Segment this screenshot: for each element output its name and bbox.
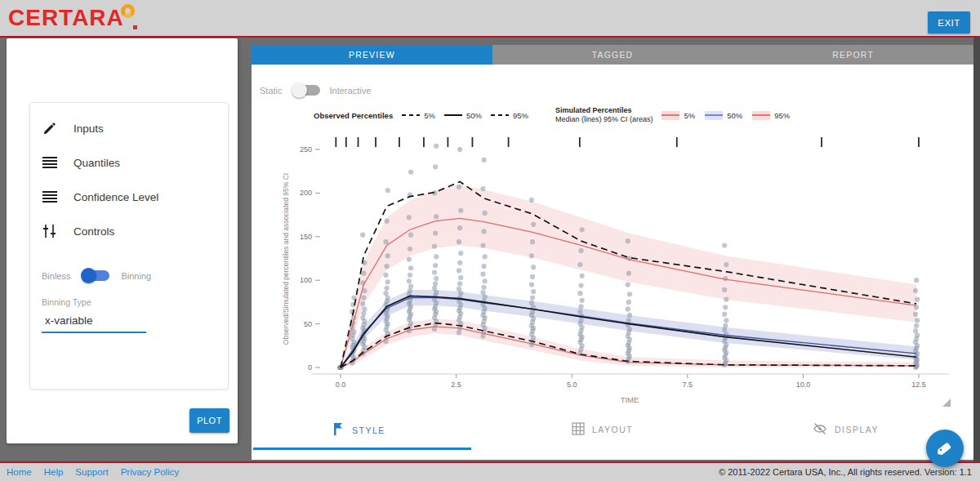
observation-point [578,283,583,288]
observation-point [457,268,461,273]
static-toggle-knob [292,82,307,98]
sidebar-item-controls[interactable]: Controls [30,214,228,248]
binning-type-label: Binning Type [42,297,215,307]
simulated-legend-label: 5% [684,111,695,120]
tab-tagged[interactable]: TAGGED [492,45,733,65]
observation-point [915,297,920,302]
sidebar-item-quantiles[interactable]: Quantiles [30,145,228,180]
simulated-legend-item-50%: 50% [705,111,742,120]
observation-point [627,327,632,332]
svg-text:0.0: 0.0 [336,381,346,389]
observation-point [580,274,585,278]
sidebar-item-label: Controls [74,225,114,238]
chart-legend: Observed Percentiles 5%50%95% Simulated … [314,105,790,126]
observation-point [480,243,485,247]
app-window: CERTARA EXIT InputsQuantilesConfidence L… [0,0,980,481]
observation-point [385,218,390,223]
settings-card: InputsQuantilesConfidence LevelControls … [29,102,229,390]
observation-point [383,291,388,296]
bottom-tab-label: LAYOUT [592,425,633,434]
observation-point [578,304,583,309]
sidebar-item-label: Confidence Level [74,191,158,203]
simulated-legend-items: 5%50%95% [662,111,790,120]
observation-point [360,233,365,238]
observation-point [529,301,534,305]
header-divider [0,36,980,38]
observation-point [483,211,488,216]
active-tab-underline [253,448,471,450]
observation-point [529,198,534,203]
list-icon [42,189,58,205]
static-label: Static [260,86,283,96]
svg-text:2.5: 2.5 [451,381,461,389]
tag-icon [934,438,956,459]
sidebar-item-label: Quantiles [74,157,120,169]
observation-point [457,185,461,189]
svg-text:Observed/Simulated percentiles: Observed/Simulated percentiles and assoc… [282,173,290,345]
scrollbar-track[interactable] [973,38,980,462]
observation-point [457,287,461,292]
observed-legend-item-95%: 95% [491,111,528,120]
tab-report[interactable]: REPORT [733,45,973,65]
observation-point [407,278,412,283]
svg-text:0: 0 [308,363,312,372]
bottom-tab-layout[interactable]: LAYOUT [572,422,633,437]
observation-point [626,271,631,276]
tab-preview[interactable]: PREVIEW [252,45,492,65]
simulated-band-sample [662,111,679,120]
observation-point [351,329,356,334]
observation-point [580,227,585,232]
observation-point [915,318,920,323]
simulated-legend-line1: Simulated Percentiles [555,106,653,115]
observation-point [432,243,437,248]
observation-point [578,318,583,323]
svg-text:200: 200 [300,189,312,197]
top-tabs: PREVIEWTAGGEDREPORT [252,45,973,65]
bottom-tab-display[interactable]: DISPLAY [813,422,879,437]
observation-point [480,333,485,338]
tag-fab-button[interactable] [926,430,964,467]
binless-label: Binless [42,271,70,281]
observation-point [433,230,438,235]
static-interactive-toggle[interactable] [292,85,320,96]
exit-button[interactable]: EXIT [928,11,970,33]
observation-point [434,290,439,295]
observation-point [385,295,390,300]
grid-icon [572,422,585,437]
observation-point [458,251,463,256]
binning-toggle-row: Binless Binning [42,270,151,281]
simulated-band-sample [705,111,723,120]
footer-link-help[interactable]: Help [44,467,64,477]
bottom-tab-style[interactable]: STYLE [332,422,385,438]
observation-point [626,306,630,311]
sidebar-item-inputs[interactable]: Inputs [30,111,228,145]
observation-point [385,286,390,291]
svg-text:50: 50 [304,320,312,328]
observation-point [724,262,728,267]
observation-point [577,310,582,314]
observation-point [529,282,534,287]
binning-toggle[interactable] [82,270,109,281]
observation-point [457,147,462,152]
observation-point [383,239,388,244]
observation-point [434,214,439,219]
footer-links: HomeHelpSupportPrivacy Policy [7,467,179,477]
observation-point [483,254,488,259]
binning-label: Binning [121,271,151,281]
pencil-icon [42,120,58,136]
observed-legend-label: 5% [424,111,435,120]
footer-link-support[interactable]: Support [75,467,108,477]
observation-point [626,300,631,305]
plot-button[interactable]: PLOT [189,408,229,433]
observation-point [480,290,485,295]
footer-link-home[interactable]: Home [7,467,32,477]
binning-type-input[interactable]: x-variable [42,314,215,327]
sidebar-item-confidence-level[interactable]: Confidence Level [30,180,228,214]
observation-point [385,188,390,193]
footer-link-privacy-policy[interactable]: Privacy Policy [121,467,180,477]
observation-point [361,295,366,300]
observation-point [481,158,486,163]
observation-point [432,269,437,274]
resize-handle[interactable] [942,399,951,407]
observation-point [408,247,412,252]
